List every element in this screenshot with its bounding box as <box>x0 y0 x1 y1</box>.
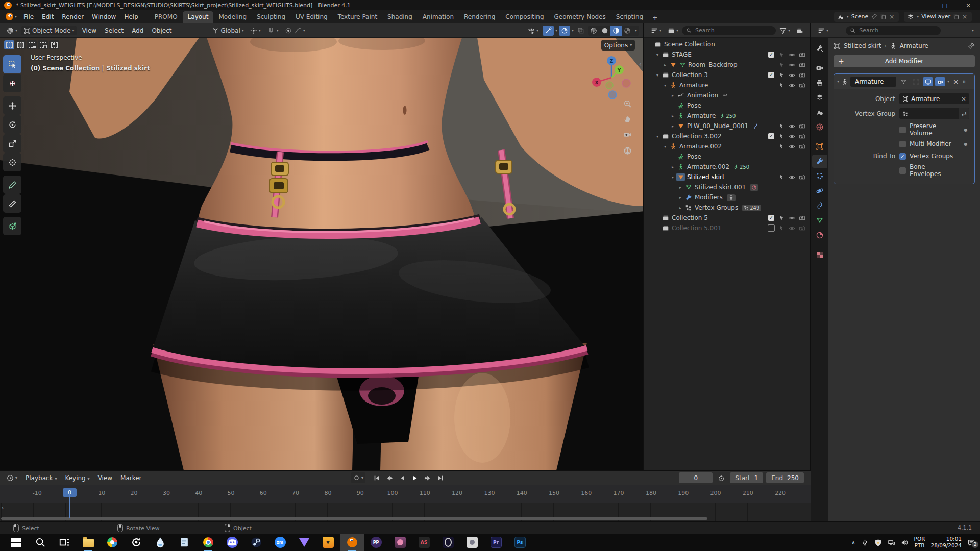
workspace-tab-sculpting[interactable]: Sculpting <box>252 11 290 23</box>
taskbar-steam[interactable] <box>244 534 268 551</box>
viewport-menu-view[interactable]: View <box>78 26 101 36</box>
collection-checkbox-slot[interactable] <box>766 224 776 232</box>
taskbar-chrome[interactable] <box>196 534 220 551</box>
clock[interactable]: 10:0128/09/2024 <box>930 536 962 549</box>
menu-help[interactable]: Help <box>120 12 142 22</box>
workspace-tab-texture-paint[interactable]: Texture Paint <box>333 11 382 23</box>
outliner-row[interactable]: ▾STAGE✓ <box>644 49 810 60</box>
checkbox[interactable] <box>899 127 906 133</box>
mode-dropdown[interactable]: Object Mode▾ <box>21 26 77 35</box>
current-frame-field[interactable]: 0 <box>679 472 713 483</box>
properties-tab-material[interactable] <box>812 229 827 242</box>
timeline-menu-keying[interactable]: Keying ▾ <box>61 473 93 483</box>
tool-cursor[interactable] <box>3 74 21 92</box>
collection-checkbox[interactable] <box>768 224 775 232</box>
properties-tab-physics[interactable] <box>812 184 827 197</box>
taskbar-substance[interactable]: AS <box>412 534 436 551</box>
outliner-row[interactable]: ▸Stilized skirt.001 <box>644 182 810 192</box>
taskbar-search[interactable] <box>28 534 52 551</box>
select-mode-extend[interactable] <box>15 40 26 49</box>
collection-checkbox-slot[interactable]: ✓ <box>766 72 776 78</box>
taskbar-sync[interactable] <box>124 534 148 551</box>
properties-tab-object[interactable] <box>812 140 827 153</box>
clear-object-button[interactable]: × <box>961 95 966 103</box>
disable-render-toggle[interactable] <box>797 143 807 150</box>
tool-annotate[interactable] <box>3 176 21 194</box>
outliner-search-input[interactable] <box>694 27 772 34</box>
outliner-row[interactable]: ▾Collection 3.002✓ <box>644 131 810 141</box>
selectable-toggle[interactable] <box>776 225 787 231</box>
tray-chevron-icon[interactable]: ∧ <box>851 540 855 545</box>
timeline-menu-view[interactable]: View <box>94 473 116 483</box>
tool-select-box[interactable] <box>3 55 21 73</box>
selectable-toggle[interactable] <box>776 52 787 58</box>
frame-end-field[interactable]: End250 <box>766 472 804 483</box>
viewlayer-selector[interactable]: ▾ ViewLayer × <box>904 12 972 22</box>
selectable-toggle[interactable] <box>776 82 787 88</box>
next-keyframe-button[interactable] <box>422 472 433 483</box>
tool-move[interactable] <box>3 96 21 115</box>
new-scene-button[interactable] <box>880 13 887 20</box>
checkbox[interactable] <box>899 141 906 147</box>
taskbar-paint[interactable] <box>100 534 124 551</box>
hide-viewport-toggle[interactable] <box>787 174 797 181</box>
pin-scene-icon[interactable] <box>871 13 877 20</box>
selectable-toggle[interactable] <box>776 143 787 149</box>
expand-caret-icon[interactable]: ▾ <box>662 144 669 149</box>
disable-render-toggle[interactable] <box>797 133 807 140</box>
properties-tab-modifiers[interactable] <box>812 155 827 168</box>
taskbar-browser[interactable] <box>388 534 412 551</box>
properties-tab-constraints[interactable] <box>812 199 827 212</box>
usb-icon[interactable] <box>861 539 869 546</box>
option-preserve-volume[interactable]: Preserve Volume <box>899 122 958 137</box>
workspace-tab-compositing[interactable]: Compositing <box>500 11 549 23</box>
selectable-toggle[interactable] <box>776 62 787 68</box>
pivot-dropdown[interactable]: ▾ <box>248 26 263 35</box>
close-button[interactable]: × <box>957 0 980 10</box>
shading-material-button[interactable] <box>610 26 622 36</box>
add-workspace-button[interactable]: + <box>648 13 662 23</box>
outliner-row[interactable]: ▸Armature.002250 <box>644 162 810 172</box>
taskbar-task-view[interactable] <box>52 534 76 551</box>
speaker-icon[interactable] <box>901 539 909 546</box>
workspace-tab-animation[interactable]: Animation <box>418 11 459 23</box>
selectable-toggle[interactable] <box>776 72 787 78</box>
properties-editor-type-button[interactable]: ▾ <box>815 26 831 35</box>
workspace-tab-promo[interactable]: PROMO <box>150 11 183 23</box>
taskbar-mbox[interactable]: ▼ <box>316 534 340 551</box>
orientation-dropdown[interactable]: Global▾ <box>209 26 246 35</box>
modifier-name-field[interactable]: Armature <box>850 77 896 87</box>
collection-checkbox-slot[interactable]: ✓ <box>766 52 776 58</box>
menu-window[interactable]: Window <box>88 12 120 22</box>
render-display-toggle[interactable] <box>935 77 945 86</box>
menu-edit[interactable]: Edit <box>38 12 58 22</box>
properties-filter-dropdown[interactable]: ▾ <box>970 29 976 33</box>
minimize-button[interactable]: – <box>910 0 933 10</box>
language-indicator[interactable]: PORPTB <box>914 536 925 549</box>
disable-render-toggle[interactable] <box>797 215 807 221</box>
tool-rotate[interactable] <box>3 115 21 134</box>
new-viewlayer-button[interactable] <box>953 13 960 20</box>
previous-keyframe-button[interactable] <box>383 472 395 483</box>
outliner-row[interactable]: Scene Collection <box>644 39 810 49</box>
expand-caret-icon[interactable]: ▸ <box>669 165 676 169</box>
hide-viewport-toggle[interactable] <box>787 225 797 232</box>
maximize-button[interactable]: □ <box>933 0 957 10</box>
expand-caret-icon[interactable]: ▸ <box>669 93 676 98</box>
outliner-row[interactable]: ▾Armature <box>644 80 810 90</box>
properties-tab-tool[interactable] <box>812 42 827 55</box>
taskbar-photos[interactable] <box>460 534 484 551</box>
outliner-row[interactable]: ▸PLW_00_Nude_0001 <box>644 121 810 131</box>
expand-caret-icon[interactable]: ▸ <box>677 185 684 190</box>
collection-checkbox[interactable]: ✓ <box>768 215 774 221</box>
timeline-editor-type-button[interactable]: ▾ <box>4 473 20 483</box>
frame-start-field[interactable]: Start1 <box>730 472 763 483</box>
tool-transform[interactable] <box>3 153 21 171</box>
outliner-row[interactable]: Collection 5.001 <box>644 223 810 233</box>
menu-render[interactable]: Render <box>58 12 88 22</box>
shading-rendered-button[interactable] <box>622 26 633 36</box>
taskbar-start[interactable] <box>4 534 28 551</box>
select-mode-invert[interactable] <box>38 40 48 49</box>
expand-caret-icon[interactable]: ▸ <box>669 114 676 118</box>
properties-tab-particles[interactable] <box>812 169 827 183</box>
